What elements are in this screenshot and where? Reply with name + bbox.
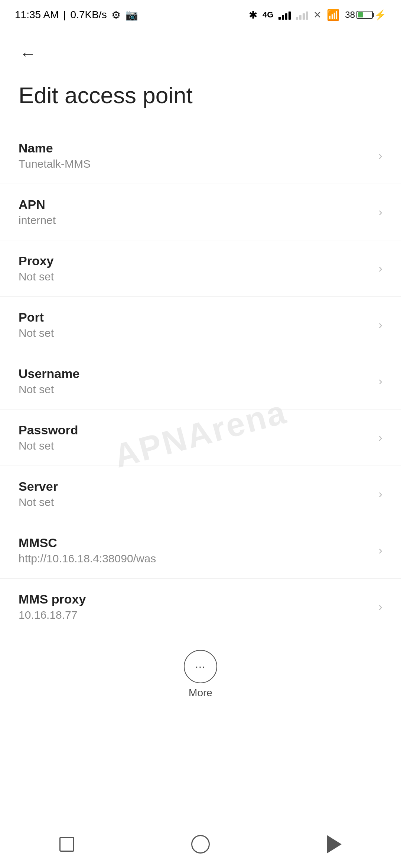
battery-percent: 38: [345, 10, 355, 20]
no-signal-icon: ✕: [313, 9, 322, 21]
chevron-right-icon-2: ›: [378, 262, 382, 275]
settings-item-apn[interactable]: APN internet ›: [0, 184, 401, 240]
settings-list: Name Tunetalk-MMS › APN internet › Proxy…: [0, 128, 401, 635]
settings-item-label-1: APN: [19, 197, 371, 212]
charging-icon: ⚡: [374, 9, 386, 21]
more-dots-icon: ⋯: [195, 661, 206, 673]
nav-back-button[interactable]: [316, 826, 353, 863]
bar1: [296, 17, 298, 20]
settings-item-password[interactable]: Password Not set ›: [0, 410, 401, 466]
back-area: ←: [0, 30, 401, 74]
chevron-right-icon-4: ›: [378, 374, 382, 388]
settings-item-content-7: MMSC http://10.16.18.4:38090/was: [19, 536, 371, 565]
settings-item-username[interactable]: Username Not set ›: [0, 353, 401, 410]
settings-item-label-2: Proxy: [19, 254, 371, 268]
settings-item-name[interactable]: Name Tunetalk-MMS ›: [0, 128, 401, 184]
settings-item-value-6: Not set: [19, 496, 371, 509]
settings-item-mmsc[interactable]: MMSC http://10.16.18.4:38090/was ›: [0, 522, 401, 579]
settings-item-label-4: Username: [19, 366, 371, 381]
settings-item-content-5: Password Not set: [19, 423, 371, 452]
settings-item-value-5: Not set: [19, 440, 371, 452]
settings-item-value-1: internet: [19, 214, 371, 227]
settings-icon: ⚙: [111, 9, 121, 21]
nav-recents-button[interactable]: [48, 826, 85, 863]
battery-fill: [358, 12, 363, 17]
bluetooth-icon: ✱: [249, 9, 257, 21]
network-4g-icon: 4G: [263, 10, 273, 20]
back-button[interactable]: ←: [15, 41, 41, 67]
battery-icon: [356, 11, 373, 19]
settings-item-label-6: Server: [19, 479, 371, 494]
bar1: [278, 17, 281, 20]
settings-item-value-0: Tunetalk-MMS: [19, 158, 371, 170]
chevron-right-icon-5: ›: [378, 431, 382, 444]
settings-item-label-0: Name: [19, 141, 371, 155]
settings-item-content-3: Port Not set: [19, 310, 371, 339]
settings-item-value-2: Not set: [19, 270, 371, 283]
battery-container: 38 ⚡: [345, 9, 386, 21]
chevron-right-icon-8: ›: [378, 600, 382, 614]
settings-item-label-5: Password: [19, 423, 371, 437]
page-title: Edit access point: [0, 74, 401, 128]
status-bar: 11:35 AM | 0.7KB/s ⚙ 📷 ✱ 4G ✕ 📶 38 ⚡: [0, 0, 401, 30]
bar3: [303, 13, 305, 20]
bottom-navigation: [0, 820, 401, 868]
settings-item-mms-proxy[interactable]: MMS proxy 10.16.18.77 ›: [0, 579, 401, 635]
settings-item-content-1: APN internet: [19, 197, 371, 227]
more-section: ⋯ More: [0, 635, 401, 710]
signal-bars-2: [296, 10, 308, 20]
chevron-right-icon-1: ›: [378, 205, 382, 219]
chevron-right-icon-6: ›: [378, 487, 382, 501]
settings-item-value-3: Not set: [19, 327, 371, 339]
settings-item-value-7: http://10.16.18.4:38090/was: [19, 552, 371, 565]
settings-item-proxy[interactable]: Proxy Not set ›: [0, 240, 401, 297]
settings-item-content-4: Username Not set: [19, 366, 371, 396]
settings-item-value-8: 10.16.18.77: [19, 609, 371, 621]
home-icon: [191, 835, 210, 854]
bar4: [306, 11, 308, 20]
status-left: 11:35 AM | 0.7KB/s ⚙ 📷: [15, 9, 138, 21]
more-button[interactable]: ⋯: [184, 650, 217, 683]
settings-item-label-8: MMS proxy: [19, 592, 371, 606]
data-speed: 0.7KB/s: [71, 9, 107, 21]
chevron-right-icon-0: ›: [378, 149, 382, 162]
settings-item-label-3: Port: [19, 310, 371, 325]
settings-item-content-2: Proxy Not set: [19, 254, 371, 283]
wifi-icon: 📶: [327, 9, 340, 21]
recents-icon: [59, 837, 74, 852]
settings-item-label-7: MMSC: [19, 536, 371, 550]
settings-item-content-8: MMS proxy 10.16.18.77: [19, 592, 371, 621]
speed-display: |: [63, 9, 66, 21]
bar4: [288, 11, 291, 20]
chevron-right-icon-7: ›: [378, 543, 382, 557]
status-right: ✱ 4G ✕ 📶 38 ⚡: [249, 9, 386, 21]
settings-item-value-4: Not set: [19, 383, 371, 396]
settings-item-content-6: Server Not set: [19, 479, 371, 509]
chevron-right-icon-3: ›: [378, 318, 382, 332]
back-icon: [327, 835, 342, 854]
camera-icon: 📷: [125, 9, 138, 21]
back-arrow-icon: ←: [20, 45, 36, 63]
bar3: [285, 13, 287, 20]
signal-bars-1: [278, 10, 291, 20]
settings-item-content-0: Name Tunetalk-MMS: [19, 141, 371, 170]
bar2: [299, 15, 301, 20]
settings-item-port[interactable]: Port Not set ›: [0, 297, 401, 353]
more-label: More: [189, 687, 212, 699]
time-display: 11:35 AM: [15, 9, 59, 21]
settings-item-server[interactable]: Server Not set ›: [0, 466, 401, 522]
nav-home-button[interactable]: [182, 826, 219, 863]
bar2: [282, 15, 284, 20]
